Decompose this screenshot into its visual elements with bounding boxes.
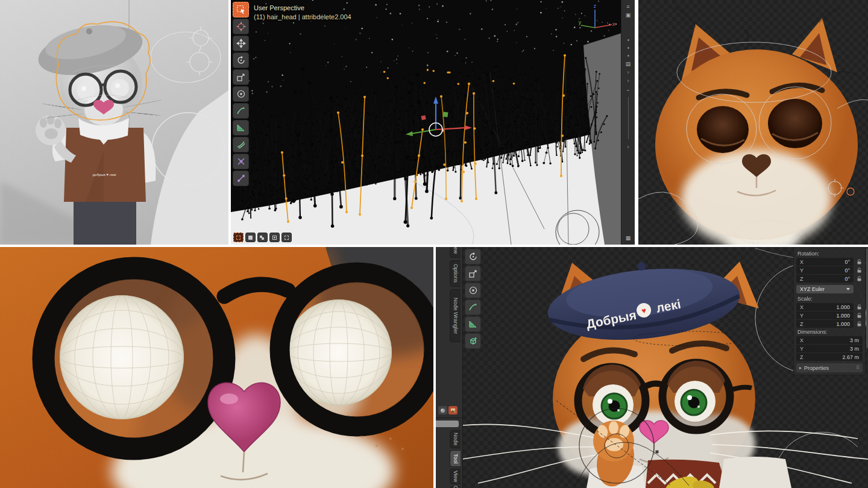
- rotation-mode-dropdown[interactable]: XYZ Euler: [796, 285, 854, 293]
- particle-select-modes: [233, 233, 292, 242]
- render-closeup-glasses: [0, 247, 433, 488]
- editor-type-icon-bottom[interactable]: ▦: [623, 234, 633, 242]
- transform-tool-button[interactable]: [465, 283, 481, 298]
- tab-node-wrangler[interactable]: Node Wrangler: [450, 289, 461, 342]
- properties-collapsed-panel[interactable]: ▸ Properties ⠿: [796, 363, 863, 372]
- clay-cat-scene: добрыя ♥ лекі: [0, 0, 228, 245]
- lock-icon[interactable]: [855, 259, 863, 265]
- tab-node[interactable]: Node: [450, 430, 461, 448]
- dimensions-label: Dimensions:: [797, 329, 863, 335]
- rotation-label: Rotation:: [797, 251, 863, 257]
- comb-tool-button[interactable]: [233, 137, 249, 152]
- tab-view-top[interactable]: View: [450, 247, 461, 258]
- viewport-header-text: User Perspective (11) hair_head | attrib…: [254, 4, 351, 22]
- annotate-tool-button[interactable]: [233, 103, 249, 119]
- lock-icon[interactable]: [855, 276, 863, 282]
- select-mode-dot-button[interactable]: [269, 233, 280, 242]
- tool-shelf: [233, 2, 249, 186]
- expand-chevron-icon[interactable]: ›: [623, 143, 633, 151]
- expand-chevron-icon[interactable]: ›: [623, 77, 633, 85]
- viewport-clay-model: добрыя ♥ лекі: [0, 0, 228, 245]
- folder-icon[interactable]: ▤: [623, 60, 633, 68]
- collapse-chevron-icon[interactable]: [453, 408, 463, 417]
- vest-logo-text: добрыя ♥ лекі: [93, 173, 116, 177]
- axis-x-label: x: [612, 21, 615, 27]
- rotation-z-field[interactable]: Z0°: [796, 275, 863, 283]
- measure-tool-button[interactable]: [233, 120, 249, 136]
- scale-z-field[interactable]: Z1.000: [796, 320, 863, 328]
- cursor-tool-button[interactable]: [233, 19, 249, 34]
- chevron-down-icon: [846, 288, 850, 290]
- select-mode-solid-button[interactable]: [245, 233, 256, 242]
- weight-tool-button[interactable]: [233, 170, 249, 186]
- select-mode-multi-button[interactable]: [257, 233, 268, 242]
- editor-divider: [436, 418, 462, 418]
- strip-dot: [627, 47, 629, 49]
- collapsed-side-panel: ≡ ▣ ▤ › › ⌄ › ▦: [621, 0, 635, 245]
- viewport-posed-character: Добрыя ♥ лекі: [436, 247, 868, 488]
- strip-divider: [628, 97, 629, 139]
- dimensions-z-field[interactable]: Z2.67 m: [796, 353, 863, 361]
- cut-tool-button[interactable]: [233, 154, 249, 169]
- axis-y-label: y: [579, 19, 582, 25]
- view-axis-gizmo[interactable]: z x y: [578, 4, 615, 35]
- dimensions-x-field[interactable]: X3 m: [796, 336, 863, 344]
- rotate-tool-button[interactable]: [233, 52, 249, 68]
- transform-tool-button[interactable]: [233, 86, 249, 102]
- closeup-scene: [0, 247, 433, 488]
- transform-sidebar-panel: Rotation: X0° Y0° Z0° XYZ Euler Scale: X…: [793, 247, 866, 375]
- rotation-x-field[interactable]: X0°: [796, 258, 863, 266]
- side-editor-strip: View Options Node Wrangler Node Tool Vie…: [436, 247, 463, 488]
- annotate-tool-button[interactable]: [465, 299, 481, 315]
- clay-cat-head: [34, 18, 162, 125]
- scale-label: Scale:: [797, 296, 863, 302]
- hidden-field-stub[interactable]: [436, 421, 459, 427]
- cursor-marker: [847, 188, 854, 195]
- rotate-tool-button[interactable]: [465, 249, 481, 264]
- scale-x-field[interactable]: X1.000: [796, 303, 863, 311]
- strip-dot: [627, 39, 629, 41]
- collapse-chevron-icon[interactable]: ⌄: [623, 85, 633, 93]
- move-tool-button[interactable]: [233, 36, 249, 51]
- tweak-select-box-tool-button[interactable]: [233, 2, 249, 17]
- viewport-hair-edit: User Perspective (11) hair_head | attrib…: [231, 0, 635, 245]
- add-cube-tool-button[interactable]: [465, 333, 481, 349]
- select-mode-mask-button[interactable]: [233, 233, 244, 242]
- screenshot-collage: добрыя ♥ лекі: [0, 0, 868, 488]
- lock-icon[interactable]: [855, 267, 863, 274]
- panel-box-icon[interactable]: ▣: [623, 11, 633, 19]
- textured-head-scene: [638, 0, 868, 245]
- tab-options-top[interactable]: Options: [450, 260, 461, 287]
- tab-tool[interactable]: Tool: [450, 450, 461, 467]
- editor-type-icon[interactable]: ≡: [623, 2, 633, 11]
- scale-tool-button[interactable]: [233, 69, 249, 85]
- lock-icon[interactable]: [855, 313, 863, 319]
- dimensions-y-field[interactable]: Y3 m: [796, 345, 863, 352]
- expand-chevron-icon[interactable]: ›: [623, 68, 633, 77]
- view-perspective-label: User Perspective: [254, 4, 351, 13]
- axis-z-label: z: [594, 4, 597, 9]
- panel-grip-icon: ⠿: [856, 365, 860, 371]
- tab-view-bottom[interactable]: View: [450, 469, 461, 484]
- material-sphere-icon[interactable]: [438, 406, 447, 414]
- lock-icon[interactable]: [855, 321, 863, 327]
- scale-tool-button[interactable]: [465, 266, 481, 281]
- select-mode-dashed-button[interactable]: [281, 233, 292, 242]
- lock-icon[interactable]: [855, 304, 863, 310]
- strip-dot: [627, 55, 629, 57]
- hair-strand-scene: [231, 0, 621, 245]
- active-object-label: (11) hair_head | attribdelete2.004: [254, 13, 351, 22]
- expand-triangle-icon: ▸: [799, 365, 802, 371]
- measure-tool-button[interactable]: [465, 316, 481, 332]
- tool-shelf: [465, 249, 481, 349]
- rotation-y-field[interactable]: Y0°: [796, 266, 863, 274]
- scale-y-field[interactable]: Y1.000: [796, 311, 863, 319]
- viewport-textured-head: [638, 0, 868, 245]
